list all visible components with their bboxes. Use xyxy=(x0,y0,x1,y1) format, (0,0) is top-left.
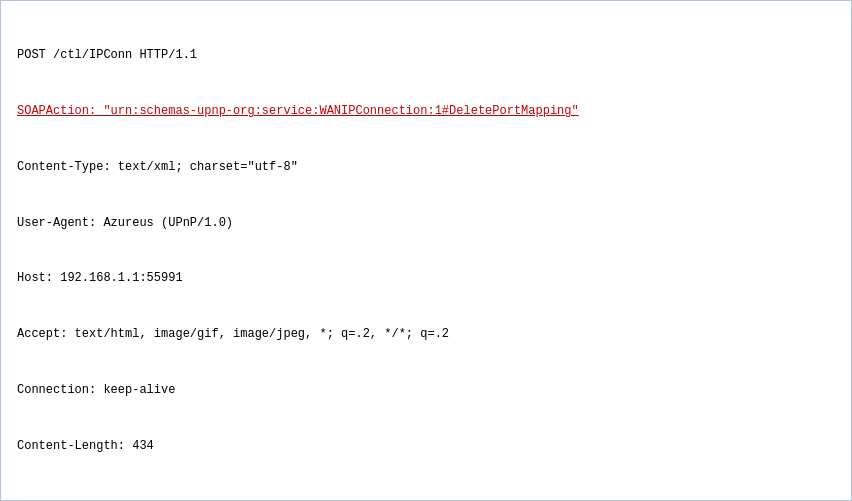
line-7: Connection: keep-alive xyxy=(17,381,835,400)
line-1: POST /ctl/IPConn HTTP/1.1 xyxy=(17,46,835,65)
content-area: POST /ctl/IPConn HTTP/1.1 SOAPAction: "u… xyxy=(1,1,851,501)
line-4: User-Agent: Azureus (UPnP/1.0) xyxy=(17,214,835,233)
line-8: Content-Length: 434 xyxy=(17,437,835,456)
soap-action: SOAPAction: "urn:schemas-upnp-org:servic… xyxy=(17,104,579,118)
line-6: Accept: text/html, image/gif, image/jpeg… xyxy=(17,325,835,344)
line-3: Content-Type: text/xml; charset="utf-8" xyxy=(17,158,835,177)
main-container: POST /ctl/IPConn HTTP/1.1 SOAPAction: "u… xyxy=(0,0,852,501)
line-5: Host: 192.168.1.1:55991 xyxy=(17,269,835,288)
line-2: SOAPAction: "urn:schemas-upnp-org:servic… xyxy=(17,102,835,121)
line-9 xyxy=(17,492,835,501)
